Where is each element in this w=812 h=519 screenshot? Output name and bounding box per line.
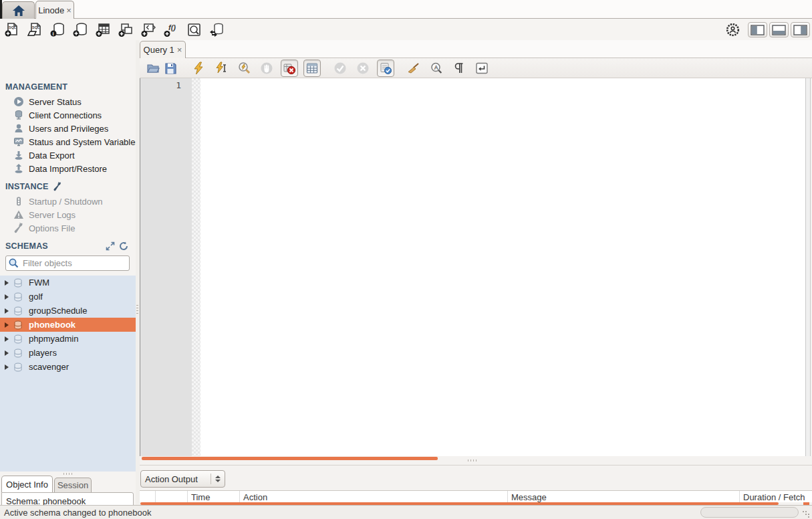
open-script-button[interactable] bbox=[144, 60, 162, 77]
save-script-button[interactable] bbox=[162, 60, 179, 77]
tab-label: Object Info bbox=[6, 480, 48, 490]
svg-text:SQL: SQL bbox=[32, 25, 40, 29]
expand-icon[interactable] bbox=[106, 241, 115, 251]
database-icon bbox=[13, 306, 23, 316]
sql-editor-surface[interactable] bbox=[200, 78, 805, 456]
schema-item-phonebook[interactable]: phonebook bbox=[0, 318, 136, 332]
chevron-right-icon[interactable] bbox=[5, 336, 9, 342]
toggle-invisibles-button[interactable] bbox=[450, 60, 468, 77]
sidebar-item-server-status[interactable]: Server Status bbox=[13, 95, 136, 108]
execute-button[interactable] bbox=[190, 60, 207, 77]
column-message[interactable]: Message bbox=[508, 491, 740, 502]
toggle-left-sidebar-button[interactable] bbox=[748, 22, 767, 37]
toggle-wrap-button[interactable] bbox=[473, 60, 491, 77]
schema-item-players[interactable]: players bbox=[0, 346, 136, 360]
object-info-text: Schema: phonebook bbox=[6, 496, 86, 505]
sidebar-item-label: Options File bbox=[29, 223, 75, 233]
chevron-right-icon[interactable] bbox=[5, 365, 9, 370]
create-function-button[interactable]: f() bbox=[164, 22, 179, 37]
column-time[interactable]: Time bbox=[188, 491, 240, 502]
sidebar-item-server-logs[interactable]: Server Logs bbox=[13, 208, 136, 221]
selector-spinner-icon bbox=[211, 474, 221, 484]
svg-text:A: A bbox=[434, 64, 438, 70]
tab-object-info[interactable]: Object Info bbox=[1, 476, 53, 492]
filter-objects-input[interactable] bbox=[5, 255, 130, 271]
database-icon bbox=[13, 348, 23, 358]
rollback-button[interactable] bbox=[354, 60, 372, 77]
column-label: Duration / Fetch bbox=[743, 492, 805, 502]
sidebar-item-options-file[interactable]: Options File bbox=[13, 221, 136, 235]
explain-button[interactable] bbox=[235, 60, 253, 77]
sidebar-item-data-import[interactable]: Data Import/Restore bbox=[13, 162, 136, 175]
create-table-button[interactable] bbox=[96, 22, 111, 37]
management-section-title: MANAGEMENT bbox=[5, 82, 67, 92]
status-message: Active schema changed to phonebook bbox=[4, 508, 151, 518]
database-icon bbox=[13, 362, 23, 372]
system-variables-icon bbox=[13, 136, 24, 147]
tab-query-1[interactable]: Query 1 × bbox=[140, 41, 186, 58]
toggle-output-area-button[interactable] bbox=[769, 22, 789, 37]
toggle-stop-on-error-button[interactable] bbox=[281, 60, 298, 77]
editor-vertical-scrollbar[interactable] bbox=[805, 78, 811, 456]
column-duration-fetch[interactable]: Duration / Fetch bbox=[740, 491, 812, 502]
new-query-tab-button[interactable]: SQL bbox=[5, 22, 20, 37]
sidebar-item-users-privileges[interactable]: Users and Privileges bbox=[13, 122, 136, 135]
users-icon bbox=[13, 123, 24, 134]
sidebar-item-label: Status and System Variables bbox=[29, 137, 136, 147]
home-tab[interactable] bbox=[2, 1, 35, 19]
sidebar-item-data-export[interactable]: Data Export bbox=[13, 148, 136, 162]
tab-session[interactable]: Session bbox=[54, 478, 92, 492]
schema-inspector-button[interactable]: i bbox=[50, 22, 65, 37]
schema-name: players bbox=[29, 348, 57, 358]
reconnect-dbms-button[interactable] bbox=[209, 22, 225, 37]
sidebar-item-client-connections[interactable]: Client Connections bbox=[13, 108, 136, 122]
search-table-data-button[interactable] bbox=[186, 22, 202, 37]
chevron-right-icon[interactable] bbox=[5, 350, 9, 356]
splitter-grip[interactable] bbox=[136, 305, 138, 316]
chevron-right-icon[interactable] bbox=[5, 294, 9, 300]
close-tab-icon[interactable]: × bbox=[66, 6, 72, 15]
schema-item-scavenger[interactable]: scavenger bbox=[0, 360, 136, 374]
open-sql-script-button[interactable]: SQL bbox=[27, 22, 43, 37]
user-gear-icon[interactable] bbox=[726, 23, 740, 37]
output-splitter-handle[interactable] bbox=[468, 459, 477, 461]
chevron-right-icon[interactable] bbox=[5, 322, 9, 328]
column-index[interactable] bbox=[156, 491, 188, 502]
sidebar-splitter-handle[interactable] bbox=[63, 473, 73, 475]
editor-horizontal-scrollbar[interactable] bbox=[142, 457, 438, 460]
sidebar-item-system-variables[interactable]: Status and System Variables bbox=[13, 135, 136, 148]
column-status[interactable] bbox=[140, 491, 156, 502]
schema-tree: FWM golf groupSchedule phonebook phpmyad bbox=[0, 276, 136, 472]
schema-name: phpmyadmin bbox=[29, 334, 78, 344]
schema-item-groupschedule[interactable]: groupSchedule bbox=[0, 304, 136, 318]
startup-shutdown-icon bbox=[13, 196, 24, 207]
chevron-right-icon[interactable] bbox=[5, 308, 9, 314]
chevron-right-icon[interactable] bbox=[5, 280, 9, 286]
toggle-right-sidebar-button[interactable] bbox=[791, 22, 810, 37]
schema-item-golf[interactable]: golf bbox=[0, 290, 136, 304]
toggle-autocommit-button[interactable] bbox=[377, 60, 394, 77]
beautify-button[interactable] bbox=[405, 60, 422, 77]
column-action[interactable]: Action bbox=[240, 491, 508, 502]
close-query-tab-icon[interactable]: × bbox=[177, 45, 182, 54]
find-button[interactable]: A bbox=[428, 60, 445, 77]
column-label: Action bbox=[243, 492, 267, 502]
schema-item-fwm[interactable]: FWM bbox=[0, 276, 136, 290]
wrench-icon bbox=[53, 182, 62, 191]
sidebar-item-startup-shutdown[interactable]: Startup / Shutdown bbox=[13, 195, 136, 208]
create-procedure-button[interactable] bbox=[141, 22, 156, 37]
create-view-button[interactable] bbox=[118, 22, 134, 37]
refresh-icon[interactable] bbox=[119, 241, 128, 251]
sql-toolbar: A bbox=[140, 58, 812, 78]
sql-editor-area: Query 1 × bbox=[140, 40, 812, 505]
execute-current-statement-button[interactable] bbox=[213, 60, 230, 77]
options-file-icon bbox=[13, 223, 24, 233]
output-view-selector[interactable]: Action Output bbox=[140, 470, 225, 488]
schema-item-phpmyadmin[interactable]: phpmyadmin bbox=[0, 332, 136, 346]
connection-tab-linode[interactable]: Linode × bbox=[35, 1, 74, 19]
window-resize-grip[interactable] bbox=[802, 510, 810, 518]
limit-rows-button[interactable] bbox=[303, 60, 321, 77]
commit-button[interactable] bbox=[331, 60, 349, 77]
stop-button[interactable] bbox=[258, 60, 275, 77]
create-schema-button[interactable] bbox=[73, 22, 88, 37]
